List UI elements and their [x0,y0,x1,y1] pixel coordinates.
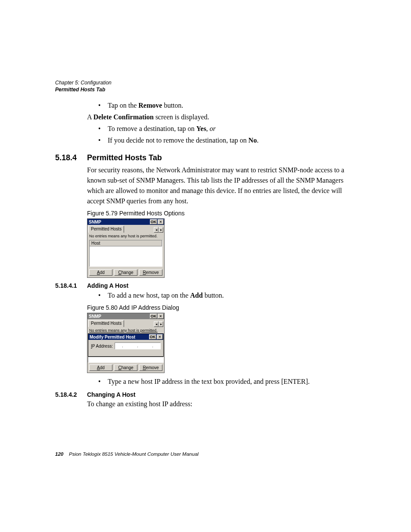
titlebar: Modify Permitted Host OK × [88,334,163,340]
bullet-item: • If you decide not to remove the destin… [97,135,359,146]
tab-nav-left[interactable]: ◂ [154,321,159,327]
bullet-item: • To remove a destination, tap on Yes, o… [97,124,359,134]
ok-button[interactable]: OK [150,219,158,224]
tab-nav-right[interactable]: ▸ [159,227,163,233]
ok-button[interactable]: OK [150,314,158,319]
bullet-item: • Type a new host IP address in the text… [97,376,359,387]
header-section: Permitted Hosts Tab [55,87,112,93]
tab-strip: Permitted Hosts ◂ ▸ [87,319,164,327]
figure-caption: Figure 5.79 Permitted Hosts Options [87,210,359,217]
tab-permitted-hosts[interactable]: Permitted Hosts [88,226,124,233]
dialog-snmp-modify: SNMP OK × Permitted Hosts ◂ ▸ No entries… [87,313,165,373]
ok-button[interactable]: OK [149,334,157,339]
ip-address-input[interactable]: ... [115,342,161,349]
close-button[interactable]: × [158,314,164,319]
figure-caption: Figure 5.80 Add IP Address Dialog [87,304,359,311]
bullet-item: • To add a new host, tap on the Add butt… [97,290,359,301]
change-button[interactable]: Change [114,269,137,276]
list-area [88,357,164,363]
bullet-item: • Tap on the Remove button. [97,100,359,111]
subsection-heading: 5.18.4.2 Changing A Host [55,391,359,398]
dialog-title: SNMP [89,314,101,319]
text: button. [162,102,183,109]
text: Tap on the [108,102,138,109]
tab-nav-right[interactable]: ▸ [159,321,163,327]
close-button[interactable]: × [158,219,164,224]
dialog-title: SNMP [89,220,101,224]
remove-button[interactable]: Remove [139,269,162,276]
add-button[interactable]: Add [89,364,112,371]
text-bold: Remove [138,102,162,109]
dialog-title: Modify Permitted Host [90,335,135,339]
page-number: 120 [55,451,63,457]
titlebar: SNMP OK × [87,219,164,225]
header-chapter: Chapter 5: Configuration [55,80,112,87]
tab-strip: Permitted Hosts ◂ ▸ [87,225,164,233]
titlebar: SNMP OK × [87,313,164,319]
note-text: No entries means any host is permitted. [87,327,164,333]
remove-button[interactable]: Remove [139,364,162,371]
footer-title: Psion Teklogix 8515 Vehicle-Mount Comput… [69,451,199,457]
note-text: No entries means any host is permitted. [87,233,164,239]
paragraph: A Delete Confirmation screen is displaye… [87,112,359,122]
tab-nav-left[interactable]: ◂ [154,227,159,233]
add-button[interactable]: Add [89,269,112,276]
dialog-modify-host: Modify Permitted Host OK × IP Address: .… [88,333,164,357]
page-footer: 120 Psion Teklogix 8515 Vehicle-Mount Co… [55,451,199,457]
subsection-heading: 5.18.4.1 Adding A Host [55,282,359,289]
close-button[interactable]: × [157,334,163,339]
section-heading: 5.18.4 Permitted Hosts Tab [55,153,359,162]
dialog-snmp: SNMP OK × Permitted Hosts ◂ ▸ No entries… [87,218,165,278]
ip-address-label: IP Address: [91,344,113,348]
tab-permitted-hosts[interactable]: Permitted Hosts [88,320,124,327]
host-list[interactable]: Host [89,240,162,267]
change-button[interactable]: Change [114,364,137,371]
paragraph: To change an existing host IP address: [87,399,359,409]
paragraph: For security reasons, the Network Admini… [87,165,359,206]
column-header-host: Host [90,240,162,246]
